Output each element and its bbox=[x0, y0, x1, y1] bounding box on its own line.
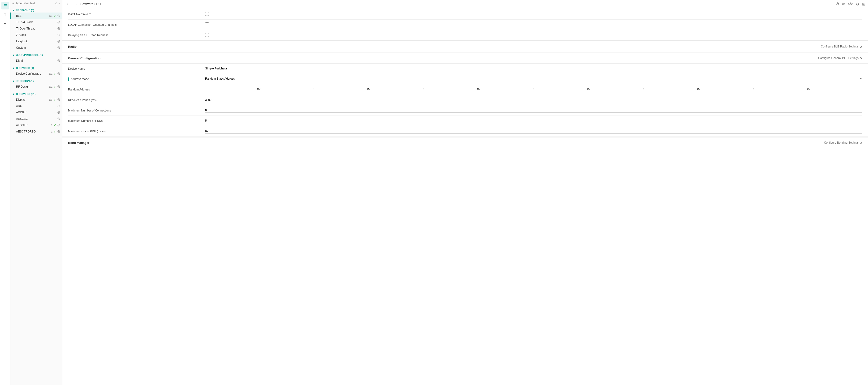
openthread-add-icon[interactable]: ⊕ bbox=[57, 26, 60, 31]
sidebar-item-device-config[interactable]: Device Configurat... 1/1 ✔ ⊕ bbox=[10, 70, 62, 77]
zstack-label: Z-Stack bbox=[16, 33, 57, 37]
l2cap-checkbox[interactable] bbox=[205, 23, 209, 26]
rf-stacks-header[interactable]: ▼ RF STACKS (6) bbox=[10, 8, 62, 12]
sidebar-item-aesctr[interactable]: AESCTR 1 ✔ ⊕ bbox=[10, 122, 62, 128]
gatt-no-client-help-icon[interactable]: ? bbox=[89, 13, 91, 16]
layout-icon[interactable]: ⊞ bbox=[862, 2, 865, 6]
gatt-no-client-checkbox[interactable] bbox=[205, 12, 209, 16]
sidebar-item-ble[interactable]: BLE 1/1 ✔ ⊕ bbox=[10, 12, 62, 19]
max-pdu-size-input[interactable] bbox=[205, 129, 862, 134]
rf-design-header[interactable]: ▼ RF DESIGN (1) bbox=[10, 79, 62, 84]
display-add-icon[interactable]: ⊕ bbox=[57, 97, 60, 102]
address-mode-select-container: Public Address Random Static Address Res… bbox=[205, 77, 862, 81]
sidebar-item-zstack[interactable]: Z-Stack ⊕ bbox=[10, 32, 62, 38]
table-view-icon[interactable]: ⊞ bbox=[1, 11, 9, 19]
max-connections-row: Maximum Number of Connections bbox=[68, 105, 862, 116]
random-address-byte-0[interactable] bbox=[205, 87, 312, 91]
att-read-value bbox=[205, 33, 862, 37]
sidebar-item-aesctrdrbg[interactable]: AESCTRDRBG 1 ✔ ⊕ bbox=[10, 128, 62, 135]
sidebar-item-display[interactable]: Display 1/3 ✔ ⊕ bbox=[10, 96, 62, 103]
random-address-byte-3[interactable] bbox=[535, 87, 642, 91]
aesctr-add-icon[interactable]: ⊕ bbox=[57, 123, 60, 127]
random-address-byte-1[interactable] bbox=[315, 87, 422, 91]
forward-button[interactable]: → bbox=[73, 1, 79, 7]
ti-devices-header[interactable]: ▼ TI DEVICES (1) bbox=[10, 66, 62, 70]
dmm-label: DMM bbox=[16, 59, 57, 62]
aesctrdrbg-badge: 1 bbox=[51, 130, 53, 133]
sidebar-item-custom[interactable]: Custom ⊕ bbox=[10, 44, 62, 51]
aesctr-badge: 1 bbox=[51, 124, 53, 127]
stack-view-icon[interactable]: ≡ bbox=[1, 20, 9, 27]
radio-section-header[interactable]: Radio Configure BLE Radio Settings ∧ bbox=[62, 41, 868, 52]
sidebar-item-ti154[interactable]: TI 15.4 Stack ⊕ bbox=[10, 19, 62, 25]
max-pdus-row: Maximum Number of PDUs bbox=[68, 116, 862, 126]
ti-drivers-header[interactable]: ▼ TI DRIVERS (31) bbox=[10, 92, 62, 96]
address-mode-select[interactable]: Public Address Random Static Address Res… bbox=[205, 77, 859, 80]
sidebar-item-rf-design[interactable]: RF Design 1/1 ✔ ⊕ bbox=[10, 84, 62, 90]
general-config-header[interactable]: General Configuration Configure General … bbox=[62, 53, 868, 64]
history-icon[interactable]: ⏱ bbox=[836, 2, 839, 6]
att-read-checkbox[interactable] bbox=[205, 33, 209, 37]
max-pdus-input[interactable] bbox=[205, 119, 862, 123]
sidebar-item-dmm[interactable]: DMM ⊕ bbox=[10, 57, 62, 64]
filter-bar: ≡ ✕ « bbox=[10, 0, 62, 7]
l2cap-row: L2CAP Connection Oriented Channels bbox=[68, 20, 862, 30]
back-button[interactable]: ← bbox=[65, 1, 71, 7]
settings-icon[interactable]: ⚙ bbox=[856, 2, 859, 6]
adcbuf-add-icon[interactable]: ⊕ bbox=[57, 110, 60, 115]
rf-design-add-icon[interactable]: ⊕ bbox=[57, 84, 60, 89]
ti-drivers-label: TI DRIVERS (31) bbox=[16, 93, 35, 95]
rpa-read-period-input[interactable] bbox=[205, 98, 862, 102]
bond-manager-header[interactable]: Bond Manager Configure Bonding Settings … bbox=[62, 137, 868, 148]
sidebar-item-openthread[interactable]: TI-OpenThread ⊕ bbox=[10, 25, 62, 32]
zstack-add-icon[interactable]: ⊕ bbox=[57, 33, 60, 37]
general-config-desc-text: Configure General BLE Settings bbox=[818, 57, 859, 60]
ble-add-icon[interactable]: ⊕ bbox=[57, 13, 60, 18]
multi-protocol-arrow: ▼ bbox=[12, 54, 14, 57]
radio-title: Radio bbox=[68, 45, 76, 49]
device-name-input[interactable] bbox=[205, 66, 862, 71]
clear-filter-icon[interactable]: ✕ bbox=[55, 2, 57, 5]
rf-stacks-section: ▼ RF STACKS (6) BLE 1/1 ✔ ⊕ TI 15.4 Stac… bbox=[10, 7, 62, 52]
sidebar-item-aescbc[interactable]: AESCBC ⊕ bbox=[10, 116, 62, 122]
sidebar-item-adc[interactable]: ADC ⊕ bbox=[10, 103, 62, 109]
address-sep-4: : bbox=[753, 87, 754, 91]
random-address-byte-2[interactable] bbox=[425, 87, 532, 91]
dmm-add-icon[interactable]: ⊕ bbox=[57, 58, 60, 63]
multi-protocol-header[interactable]: ▼ MULTI-PROTOCOL (1) bbox=[10, 53, 62, 57]
general-config-chevron-icon: ∨ bbox=[860, 56, 862, 60]
collapse-all-icon[interactable]: « bbox=[59, 2, 60, 5]
aescbc-add-icon[interactable]: ⊕ bbox=[57, 117, 60, 121]
code-icon[interactable]: </> bbox=[848, 2, 853, 6]
gatt-no-client-value bbox=[205, 12, 862, 17]
aesctrdrbg-add-icon[interactable]: ⊕ bbox=[57, 129, 60, 134]
aesctrdrbg-label: AESCTRDRBG bbox=[16, 130, 51, 133]
aesctr-label: AESCTR bbox=[16, 124, 51, 127]
aesctrdrbg-check-icon: ✔ bbox=[54, 130, 56, 133]
ti-devices-arrow: ▼ bbox=[12, 67, 14, 69]
easylink-add-icon[interactable]: ⊕ bbox=[57, 39, 60, 43]
ti154-label: TI 15.4 Stack bbox=[16, 21, 57, 24]
device-config-check-icon: ✔ bbox=[54, 72, 56, 75]
custom-add-icon[interactable]: ⊕ bbox=[57, 45, 60, 50]
filter-input[interactable] bbox=[16, 2, 53, 5]
random-address-byte-5[interactable] bbox=[755, 87, 862, 91]
breadcrumb-parent[interactable]: Software bbox=[80, 2, 93, 6]
ti154-add-icon[interactable]: ⊕ bbox=[57, 20, 60, 24]
random-address-byte-4[interactable] bbox=[645, 87, 752, 91]
max-pdu-size-row: Maximum size of PDU (bytes) bbox=[68, 126, 862, 136]
sidebar-item-adcbuf[interactable]: ADCBuf ⊕ bbox=[10, 109, 62, 116]
bond-manager-chevron-icon: ∧ bbox=[860, 141, 862, 145]
list-view-icon[interactable]: ☰ bbox=[1, 2, 9, 9]
adc-add-icon[interactable]: ⊕ bbox=[57, 104, 60, 108]
rf-design-arrow: ▼ bbox=[12, 80, 14, 83]
device-config-add-icon[interactable]: ⊕ bbox=[57, 71, 60, 76]
sliders-icon[interactable]: ⧉ bbox=[842, 2, 845, 6]
multi-protocol-label: MULTI-PROTOCOL (1) bbox=[16, 54, 43, 57]
att-read-label: Delaying an ATT Read Request bbox=[68, 34, 205, 37]
general-config-desc: Configure General BLE Settings ∨ bbox=[818, 56, 862, 60]
ti-devices-label: TI DEVICES (1) bbox=[16, 67, 34, 69]
max-connections-input[interactable] bbox=[205, 108, 862, 113]
sidebar-item-easylink[interactable]: EasyLink ⊕ bbox=[10, 38, 62, 44]
sidebar-tree: ≡ ✕ « ▼ RF STACKS (6) BLE 1/1 ✔ ⊕ TI 15.… bbox=[10, 0, 62, 385]
